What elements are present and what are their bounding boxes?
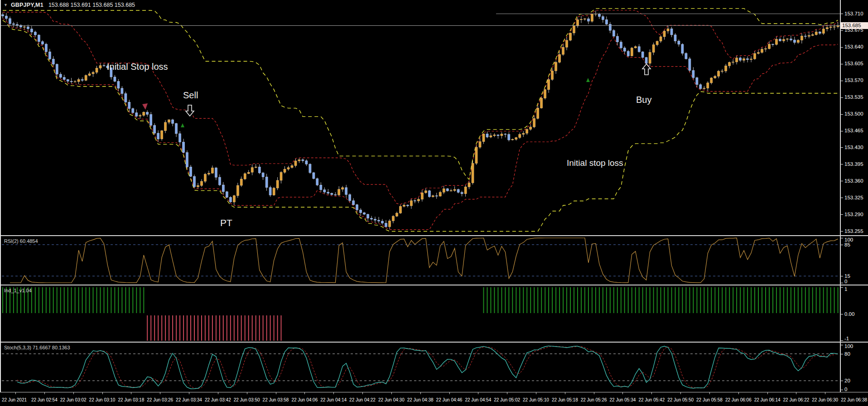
price-axis-tick	[841, 164, 843, 164]
price-axis-separator	[840, 0, 841, 392]
price-axis-tick	[841, 14, 843, 14]
pane-separator[interactable]	[0, 342, 868, 343]
time-axis-tick	[709, 392, 710, 394]
stoch-pane-label: Stoch(5,3,3) 71.6667 80.1363	[4, 345, 70, 350]
time-axis-label: 22 Jun 05:34	[609, 397, 636, 402]
indicator-axis-tick	[841, 287, 843, 288]
time-axis-tick	[449, 392, 450, 394]
time-axis-label: 22 Jun 03:10	[89, 397, 116, 402]
price-axis-tick	[841, 114, 843, 115]
time-axis-label: 22 Jun 03:26	[147, 397, 173, 402]
time-axis-label: 22 Jun 04:22	[349, 397, 376, 402]
sell-arrow-icon	[184, 104, 196, 117]
time-axis-label: 22 Jun 04:38	[407, 397, 434, 402]
price-axis-tick	[841, 97, 843, 98]
price-axis-label: 153.360	[844, 178, 863, 184]
time-axis-tick	[304, 392, 305, 394]
price-axis-tick	[841, 64, 843, 64]
price-axis-label: 153.290	[844, 212, 863, 217]
price-axis-label: 153.255	[844, 228, 863, 234]
stoch-main-line	[17, 346, 838, 389]
time-axis-tick	[796, 392, 796, 394]
stoch-signal-line	[17, 346, 838, 389]
time-axis-line	[0, 392, 868, 392]
price-axis-tick	[841, 231, 843, 232]
ind-pane-canvas[interactable]	[0, 285, 840, 342]
time-axis-tick	[565, 392, 565, 394]
window-left-border	[0, 0, 1, 392]
pane-separator[interactable]	[0, 285, 868, 285]
price-axis-label: 153.640	[844, 44, 863, 49]
indicator-axis-tick	[841, 276, 843, 276]
rsi-pane-canvas[interactable]	[0, 236, 840, 285]
time-axis-tick	[651, 392, 652, 394]
price-axis-label: 153.395	[844, 161, 863, 167]
price-axis-label: 153.570	[844, 77, 863, 83]
indicator-axis-tick	[841, 238, 843, 238]
time-axis-tick	[160, 392, 160, 394]
pane-separator[interactable]	[0, 235, 868, 236]
time-axis-tick	[189, 392, 189, 394]
time-axis-tick	[391, 392, 392, 394]
time-axis-label: 22 Jun 03:18	[118, 397, 144, 402]
indicator-axis-label: 85	[844, 242, 850, 247]
annotation-sell-label: Sell	[183, 90, 198, 101]
stoch-pane-canvas[interactable]	[0, 343, 840, 392]
ind-pane-label: Ind_1_v1.04	[4, 288, 32, 293]
indicator-axis-label: 1	[844, 286, 847, 292]
time-axis-label: 22 Jun 05:26	[581, 397, 607, 402]
time-axis-tick	[218, 392, 218, 394]
time-axis-tick	[102, 392, 103, 394]
price-axis-label: 153.500	[844, 111, 863, 116]
price-axis-tick	[841, 181, 843, 181]
time-axis-label: 22 Jun 03:50	[234, 397, 260, 402]
annotation-pt-label: PT	[220, 218, 232, 228]
time-axis-label: 22 Jun 04:06	[291, 397, 318, 402]
time-axis-tick	[507, 392, 507, 394]
time-axis-tick	[738, 392, 739, 394]
time-axis-label: 22 Jun 05:02	[494, 397, 520, 402]
indicator-axis-label: 20	[844, 378, 850, 383]
ohlc-values: 153.688 153.691 153.685 153.685	[48, 2, 135, 8]
time-axis-label: 22 Jun 06:38	[841, 397, 867, 402]
indicator-axis-tick	[841, 340, 843, 341]
mt4-chart-window: ▼GBPJPY,M1153.688 153.691 153.685 153.68…	[0, 0, 868, 406]
rsi-pane-label: RSI(2) 60.4854	[4, 238, 38, 244]
time-axis-tick	[825, 392, 825, 394]
price-axis-label: 153.430	[844, 145, 863, 150]
price-chart-canvas[interactable]	[0, 0, 840, 235]
price-axis-tick	[841, 198, 843, 198]
indicator-axis-tick	[841, 283, 843, 283]
price-axis-tick	[841, 81, 843, 81]
time-axis-tick	[478, 392, 478, 394]
indicator-axis-label: 100	[844, 343, 853, 349]
time-axis-label: 22 Jun 06:22	[783, 397, 809, 402]
indicator-axis-tick	[841, 390, 843, 390]
time-axis-tick	[622, 392, 623, 394]
time-axis-label: 22 Jun 03:58	[263, 397, 289, 402]
symbol-timeframe-label[interactable]: GBPJPY,M1	[11, 2, 43, 8]
time-axis-tick	[73, 392, 74, 394]
time-axis-tick	[44, 392, 45, 394]
price-axis-label: 153.465	[844, 128, 863, 133]
price-axis-tick	[841, 30, 843, 31]
price-axis-label: 153.535	[844, 94, 863, 100]
annotation-initial-stop-loss-left: Initial Stop loss	[107, 62, 168, 72]
candles-layer	[2, 10, 839, 229]
price-axis-tick	[841, 214, 843, 215]
time-axis-label: 22 Jun 06:30	[812, 397, 838, 402]
indicator-axis-label: 15	[844, 273, 850, 279]
symbol-dropdown-icon[interactable]: ▼	[4, 3, 8, 7]
time-axis-label: 22 Jun 05:58	[696, 397, 723, 402]
chart-header: ▼GBPJPY,M1153.688 153.691 153.685 153.68…	[4, 2, 135, 8]
time-axis-label: 22 Jun 2021	[2, 397, 27, 402]
time-axis-tick	[333, 392, 334, 394]
indicator-axis-label: 0	[844, 387, 847, 392]
channel-lines	[3, 9, 838, 232]
time-axis-label: 22 Jun 02:54	[31, 397, 58, 402]
time-axis-label: 22 Jun 05:10	[523, 397, 549, 402]
price-axis-label: 153.605	[844, 61, 863, 66]
time-axis-tick	[680, 392, 681, 394]
indicator-axis-label: 0	[844, 279, 847, 284]
time-axis-label: 22 Jun 03:34	[176, 397, 202, 402]
